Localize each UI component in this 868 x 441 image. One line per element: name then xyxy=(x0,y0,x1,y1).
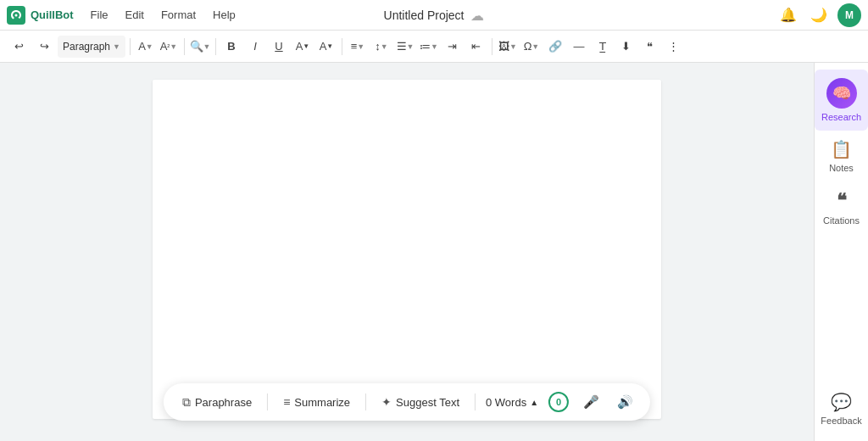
right-sidebar: 🧠 Research 📋 Notes ❝ Citations 💬 Feedbac… xyxy=(814,63,868,441)
logo-area: QuillBot xyxy=(7,6,74,25)
horizontal-rule-button[interactable]: — xyxy=(568,36,590,58)
bullet-list-button[interactable]: ☰▼ xyxy=(394,36,416,58)
word-count-badge: 0 xyxy=(548,392,569,412)
more-options-button[interactable]: ⋮ xyxy=(663,36,685,58)
underline-button[interactable]: U xyxy=(268,36,290,58)
speaker-icon[interactable]: 🔊 xyxy=(613,390,637,414)
redo-button[interactable]: ↪ xyxy=(32,36,56,58)
italic-button[interactable]: I xyxy=(244,36,266,58)
menu-file[interactable]: File xyxy=(84,5,115,25)
suggest-text-button[interactable]: ✦ Suggest Text xyxy=(376,392,465,412)
menu-format[interactable]: Format xyxy=(154,5,203,25)
download-button[interactable]: ⬇ xyxy=(615,36,637,58)
editor-paper[interactable] xyxy=(153,80,661,419)
cloud-sync-icon: ☁ xyxy=(470,8,484,24)
menu-bar-right: 🔔 🌙 M xyxy=(776,3,861,27)
indent-decrease-button[interactable]: ⇤ xyxy=(465,36,487,58)
sidebar-item-feedback[interactable]: 💬 Feedback xyxy=(815,383,868,434)
sidebar-item-research[interactable]: 🧠 Research xyxy=(815,70,868,131)
paraphrase-icon: ⧉ xyxy=(182,395,191,410)
bt-separator-2 xyxy=(365,394,366,410)
citations-icon: ❝ xyxy=(837,190,847,212)
search-button[interactable]: 🔍▼ xyxy=(189,36,211,58)
suggest-icon: ✦ xyxy=(381,395,392,409)
menu-edit[interactable]: Edit xyxy=(119,5,151,25)
toolbar-separator-3 xyxy=(215,38,216,55)
indent-increase-button[interactable]: ⇥ xyxy=(442,36,464,58)
bt-separator-1 xyxy=(267,394,268,410)
dark-mode-icon[interactable]: 🌙 xyxy=(807,3,831,27)
bottom-toolbar: ⧉ Paraphrase ≡ Summarize ✦ Suggest Text … xyxy=(164,383,650,421)
insert-image-button[interactable]: 🖼▼ xyxy=(497,36,519,58)
editor-area[interactable]: ⧉ Paraphrase ≡ Summarize ✦ Suggest Text … xyxy=(0,63,814,441)
font-scale-button[interactable]: A²▼ xyxy=(158,36,180,58)
word-count-chevron: ▲ xyxy=(530,398,538,407)
highlight-button[interactable]: A▼ xyxy=(315,36,337,58)
formatting-toolbar: ↩ ↪ Paragraph ▼ A▼ A²▼ 🔍▼ B I U A▼ A▼ ≡▼… xyxy=(0,31,868,63)
svg-point-0 xyxy=(15,14,18,16)
logo-text: QuillBot xyxy=(31,8,74,21)
bold-button[interactable]: B xyxy=(220,36,242,58)
sidebar-item-notes[interactable]: 📋 Notes xyxy=(815,131,868,181)
menu-bar: QuillBot File Edit Format Help Untitled … xyxy=(0,0,868,31)
font-size-group: A▼ A²▼ xyxy=(135,36,180,58)
notifications-icon[interactable]: 🔔 xyxy=(776,3,800,27)
toolbar-separator-1 xyxy=(130,38,131,55)
sidebar-item-citations[interactable]: ❝ Citations xyxy=(815,181,868,234)
feedback-icon: 💬 xyxy=(831,392,852,412)
font-color-button[interactable]: A▼ xyxy=(292,36,314,58)
word-count-area[interactable]: 0 Words ▲ xyxy=(486,396,538,409)
summarize-button[interactable]: ≡ Summarize xyxy=(278,392,355,412)
clear-format-button[interactable]: T̲ xyxy=(592,36,614,58)
user-avatar[interactable]: M xyxy=(837,3,861,27)
special-char-button[interactable]: Ω▼ xyxy=(520,36,542,58)
font-size-button[interactable]: A▼ xyxy=(135,36,157,58)
toolbar-separator-5 xyxy=(492,38,492,55)
summarize-icon: ≡ xyxy=(283,395,290,409)
bt-separator-3 xyxy=(475,394,476,410)
numbered-list-button[interactable]: ≔▼ xyxy=(418,36,440,58)
toolbar-separator-2 xyxy=(184,38,185,55)
title-bar: Untitled Project ☁ xyxy=(384,0,485,31)
main-layout: ⧉ Paraphrase ≡ Summarize ✦ Suggest Text … xyxy=(0,63,868,441)
undo-button[interactable]: ↩ xyxy=(7,36,31,58)
line-spacing-button[interactable]: ↕▼ xyxy=(370,36,392,58)
align-button[interactable]: ≡▼ xyxy=(347,36,369,58)
paraphrase-button[interactable]: ⧉ Paraphrase xyxy=(177,392,257,413)
insert-link-button[interactable]: 🔗 xyxy=(544,36,566,58)
research-icon: 🧠 xyxy=(826,78,857,109)
notes-icon: 📋 xyxy=(831,139,852,159)
paragraph-style-chevron: ▼ xyxy=(113,42,120,51)
quillbot-logo-icon xyxy=(7,6,25,25)
document-title[interactable]: Untitled Project xyxy=(384,8,465,22)
quote-button[interactable]: ❝ xyxy=(639,36,661,58)
microphone-icon[interactable]: 🎤 xyxy=(579,390,603,414)
toolbar-separator-4 xyxy=(342,38,342,55)
paragraph-style-select[interactable]: Paragraph ▼ xyxy=(58,36,125,58)
menu-help[interactable]: Help xyxy=(206,5,242,25)
